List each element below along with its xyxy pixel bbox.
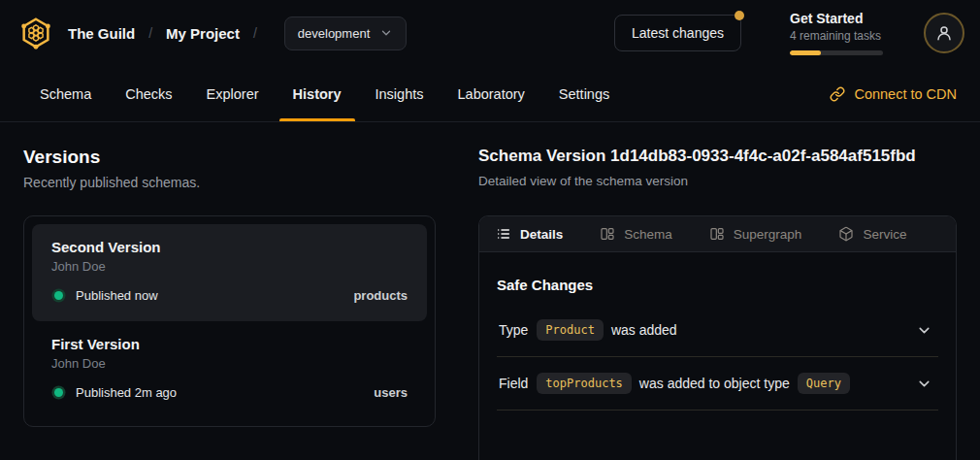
columns-icon [600,226,615,242]
change-prefix: Field [499,376,528,391]
version-status: Published now [76,288,158,303]
chevron-down-icon[interactable] [916,376,932,392]
main-nav: Schema Checks Explorer History Insights … [0,66,980,122]
target-selector-value: development [298,26,370,41]
breadcrumb-project[interactable]: My Project [166,25,240,42]
version-title: Second Version [51,239,408,255]
version-detail-card: Details Schema Supergraph [478,215,957,460]
connect-to-cdn-label: Connect to CDN [854,86,957,102]
target-selector[interactable]: development [284,16,407,50]
tab-settings[interactable]: Settings [557,66,611,121]
versions-panel: Versions Recently published schemas. Sec… [23,147,436,460]
latest-changes-label: Latest changes [632,25,724,41]
detail-tab-label: Schema [624,227,672,242]
latest-changes-button[interactable]: Latest changes [614,15,741,51]
versions-title: Versions [23,147,436,168]
published-status-icon [54,291,63,300]
safe-changes-heading: Safe Changes [497,277,938,293]
version-list-item[interactable]: Second Version John Doe Published now pr… [32,224,427,321]
columns-icon [709,226,725,242]
versions-list: Second Version John Doe Published now pr… [23,215,436,427]
chevron-down-icon [379,26,393,40]
version-author: John Doe [51,356,408,371]
tab-schema[interactable]: Schema [38,66,93,121]
detail-tab-label: Supergraph [734,227,802,242]
version-author: John Doe [51,259,408,274]
change-code-badge: Query [798,373,850,394]
change-middle: was added [611,322,677,338]
notification-dot [735,11,744,20]
tab-checks[interactable]: Checks [123,66,174,121]
nav-tab-list: Schema Checks Explorer History Insights … [38,66,611,121]
get-started-progress-fill [790,50,821,55]
cube-icon [838,226,854,242]
main-content: Versions Recently published schemas. Sec… [0,122,980,460]
detail-tab-bar: Details Schema Supergraph [479,216,956,252]
detail-tab-supergraph[interactable]: Supergraph [709,226,802,242]
schema-version-title: Schema Version 1d14db83-0933-4f4c-a02f-a… [478,147,957,166]
detail-tab-label: Details [520,227,563,242]
versions-subtitle: Recently published schemas. [23,175,436,190]
top-header: The Guild / My Project / development Lat… [0,0,980,66]
version-detail-panel: Schema Version 1d14db83-0933-4f4c-a02f-a… [478,147,957,460]
get-started-title: Get Started [790,11,883,26]
breadcrumb-org[interactable]: The Guild [68,25,135,42]
schema-version-subtitle: Detailed view of the schema version [478,174,957,188]
version-service-badge: products [353,288,408,303]
get-started-subtitle: 4 remaining tasks [790,29,883,43]
change-prefix: Type [499,322,528,338]
get-started-widget[interactable]: Get Started 4 remaining tasks [790,11,883,55]
user-avatar[interactable] [924,13,964,53]
version-meta-row: Published now products [51,288,408,303]
list-icon [496,226,511,242]
tab-explorer[interactable]: Explorer [205,66,261,121]
detail-tab-details[interactable]: Details [496,226,563,242]
detail-tab-service[interactable]: Service [838,226,906,242]
breadcrumb-separator: / [253,25,257,41]
detail-body: Safe Changes Type Product was added Fiel… [479,252,956,411]
chevron-down-icon[interactable] [916,322,932,339]
published-status-icon [54,388,63,397]
hive-logo-icon[interactable] [17,15,54,51]
link-icon [830,86,845,102]
connect-to-cdn-link[interactable]: Connect to CDN [830,66,957,121]
detail-tab-schema[interactable]: Schema [600,226,672,242]
get-started-progress-track [790,50,883,55]
detail-tab-label: Service [863,227,906,242]
version-title: First Version [51,336,408,352]
tab-insights[interactable]: Insights [374,66,426,121]
version-service-badge: users [374,385,408,400]
version-list-item[interactable]: First Version John Doe Published 2m ago … [32,321,427,418]
version-status: Published 2m ago [76,385,177,400]
change-row[interactable]: Type Product was added [497,304,938,357]
tab-history[interactable]: History [291,66,343,121]
user-icon [935,24,953,42]
change-code-badge: Product [537,319,604,341]
change-code-badge: topProducts [537,373,631,394]
change-middle: was added to object type [639,376,790,391]
breadcrumb-separator: / [148,25,152,41]
change-row[interactable]: Field topProducts was added to object ty… [497,357,938,411]
tab-laboratory[interactable]: Laboratory [456,66,527,121]
version-meta-row: Published 2m ago users [51,385,408,400]
